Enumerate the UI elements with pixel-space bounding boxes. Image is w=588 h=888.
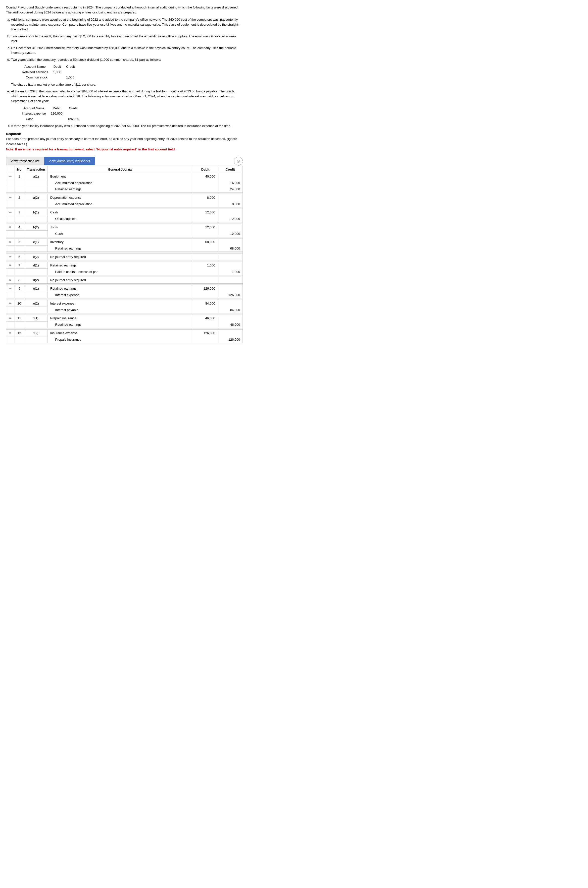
table-row: Interest payable84,000: [6, 307, 243, 313]
row-account: Accumulated depreciation: [48, 201, 193, 208]
row-no: 6: [14, 253, 24, 260]
row-account: Retained earnings: [48, 245, 193, 252]
edit-icon[interactable]: ✏: [9, 211, 12, 214]
row-transaction: e(1): [24, 285, 48, 292]
row-credit: 24,000: [218, 186, 243, 193]
row-debit: 1,000: [193, 262, 218, 269]
header-credit: Credit: [218, 166, 243, 173]
edit-icon[interactable]: ✏: [9, 225, 12, 229]
table-row: Retained earnings46,000: [6, 322, 243, 328]
row-debit: [193, 307, 218, 313]
row-account: Insurance expense: [48, 330, 193, 336]
fact-d: Two years earlier, the company recorded …: [11, 57, 243, 87]
row-account: Inventory: [48, 239, 193, 245]
edit-icon[interactable]: ✏: [9, 175, 12, 179]
row-account: Depreciation expense: [48, 194, 193, 201]
row-transaction: f(2): [24, 330, 48, 336]
fact-b: Two weeks prior to the audit, the compan…: [11, 34, 243, 44]
row-account: Prepaid insurance: [48, 315, 193, 322]
spacer-row: [6, 237, 243, 239]
intro-paragraph: Conrad Playground Supply underwent a res…: [6, 5, 243, 15]
row-debit: 12,000: [193, 209, 218, 216]
table-d: Account Name Debit Credit Retained earni…: [21, 64, 79, 80]
row-account: Retained earnings: [48, 285, 193, 292]
row-credit: 16,000: [218, 180, 243, 186]
edit-icon[interactable]: ✏: [9, 287, 12, 290]
table-row: ✏10e(2)Interest expense84,000: [6, 300, 243, 307]
table-row: Retained earnings68,000: [6, 245, 243, 252]
edit-icon[interactable]: ✏: [9, 301, 12, 305]
spacer-row: [6, 193, 243, 194]
row-account: No journal entry required: [48, 253, 193, 260]
row-credit: [218, 173, 243, 180]
table-row: ✏6c(2)No journal entry required: [6, 253, 243, 260]
spacer-row: [6, 298, 243, 300]
edit-icon[interactable]: ✏: [9, 196, 12, 199]
row-credit: [218, 262, 243, 269]
row-debit: [193, 216, 218, 222]
row-transaction: c(1): [24, 239, 48, 245]
edit-icon[interactable]: ✏: [9, 331, 12, 335]
close-button[interactable]: ⊗: [234, 157, 243, 166]
spacer-row: [6, 222, 243, 224]
row-account: Retained earnings: [48, 262, 193, 269]
row-credit: [218, 330, 243, 336]
row-transaction: c(2): [24, 253, 48, 260]
row-debit: 68,000: [193, 239, 218, 245]
row-credit: 12,000: [218, 216, 243, 222]
edit-icon[interactable]: ✏: [9, 316, 12, 320]
row-credit: 46,000: [218, 322, 243, 328]
fact-a: Additional computers were acquired at th…: [11, 17, 243, 32]
row-transaction: b(2): [24, 224, 48, 230]
row-debit: [193, 292, 218, 298]
edit-icon[interactable]: ✏: [9, 240, 12, 244]
edit-icon[interactable]: ✏: [9, 278, 12, 282]
row-account: Accumulated depreciation: [48, 180, 193, 186]
table-row: ✏4b(2)Tools12,000: [6, 224, 243, 230]
table-row: Cash12,000: [6, 230, 243, 237]
spacer-row: [6, 283, 243, 285]
row-account: Paid-in capital - excess of par: [48, 269, 193, 275]
row-no: 5: [14, 239, 24, 245]
row-transaction: a(1): [24, 173, 48, 180]
row-debit: 12,000: [193, 224, 218, 230]
spacer-row: [6, 313, 243, 315]
row-transaction: f(1): [24, 315, 48, 322]
row-account: Retained earnings: [48, 322, 193, 328]
table-row: Paid-in capital - excess of par1,000: [6, 269, 243, 275]
spacer-row: [6, 207, 243, 209]
row-debit: [193, 277, 218, 283]
table-row: ✏9e(1)Retained earnings126,000: [6, 285, 243, 292]
tab-view-journal-entry-worksheet[interactable]: View journal entry worksheet: [44, 157, 95, 165]
row-credit: 68,000: [218, 245, 243, 252]
row-transaction: a(2): [24, 194, 48, 201]
table-e: Account Name Debit Credit Interest expen…: [21, 105, 83, 122]
row-debit: [193, 186, 218, 193]
row-debit: 46,000: [193, 315, 218, 322]
tab-view-transaction-list[interactable]: View transaction list: [6, 157, 44, 165]
row-credit: [218, 224, 243, 230]
edit-icon[interactable]: ✏: [9, 255, 12, 259]
row-no: 8: [14, 277, 24, 283]
row-account: Cash: [48, 230, 193, 237]
spacer-row: [6, 328, 243, 330]
row-credit: [218, 285, 243, 292]
row-debit: 126,000: [193, 285, 218, 292]
edit-icon[interactable]: ✏: [9, 263, 12, 267]
row-transaction: d(1): [24, 262, 48, 269]
row-transaction: b(1): [24, 209, 48, 216]
row-no: 11: [14, 315, 24, 322]
row-debit: [193, 253, 218, 260]
row-debit: [193, 201, 218, 208]
row-account: Tools: [48, 224, 193, 230]
row-no: 12: [14, 330, 24, 336]
tabs-area: View transaction list View journal entry…: [6, 157, 243, 166]
required-section: Required: For each error, prepare any jo…: [6, 131, 243, 152]
row-no: 3: [14, 209, 24, 216]
row-no: 9: [14, 285, 24, 292]
row-debit: 40,000: [193, 173, 218, 180]
row-transaction: d(2): [24, 277, 48, 283]
row-debit: [193, 245, 218, 252]
row-no: 10: [14, 300, 24, 307]
row-credit: [218, 194, 243, 201]
